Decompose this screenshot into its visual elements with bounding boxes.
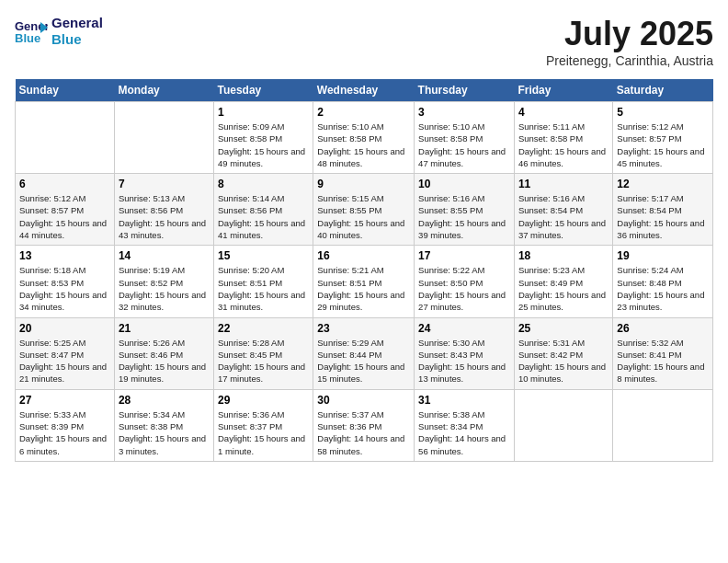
weekday-header: Thursday: [415, 79, 515, 102]
calendar-week-row: 27Sunrise: 5:33 AMSunset: 8:39 PMDayligh…: [16, 389, 713, 461]
calendar-day-cell: 2Sunrise: 5:10 AMSunset: 8:58 PMDaylight…: [313, 102, 415, 174]
day-number: 4: [518, 106, 609, 119]
day-number: 19: [617, 249, 709, 262]
day-info: Sunrise: 5:29 AMSunset: 8:44 PMDaylight:…: [317, 337, 410, 385]
weekday-header: Saturday: [613, 79, 713, 102]
day-info: Sunrise: 5:16 AMSunset: 8:55 PMDaylight:…: [418, 192, 510, 241]
day-info: Sunrise: 5:31 AMSunset: 8:42 PMDaylight:…: [518, 337, 609, 385]
day-number: 11: [518, 178, 609, 190]
day-info: Sunrise: 5:24 AMSunset: 8:48 PMDaylight:…: [617, 264, 709, 313]
day-info: Sunrise: 5:14 AMSunset: 8:56 PMDaylight:…: [218, 192, 309, 241]
calendar-day-cell: [114, 102, 213, 174]
day-info: Sunrise: 5:36 AMSunset: 8:37 PMDaylight:…: [218, 408, 309, 457]
day-number: 18: [518, 249, 609, 262]
location-subtitle: Preitenegg, Carinthia, Austria: [546, 53, 713, 68]
calendar-day-cell: 8Sunrise: 5:14 AMSunset: 8:56 PMDaylight…: [214, 174, 313, 246]
day-number: 25: [518, 322, 609, 335]
logo-text-general: General: [51, 15, 103, 31]
calendar-day-cell: 3Sunrise: 5:10 AMSunset: 8:58 PMDaylight…: [415, 102, 515, 174]
day-info: Sunrise: 5:23 AMSunset: 8:49 PMDaylight:…: [518, 264, 609, 313]
day-info: Sunrise: 5:22 AMSunset: 8:50 PMDaylight:…: [418, 264, 510, 313]
calendar-day-cell: 20Sunrise: 5:25 AMSunset: 8:47 PMDayligh…: [16, 317, 115, 389]
logo-icon: General Blue: [15, 18, 48, 44]
calendar-day-cell: [514, 389, 612, 461]
calendar-header-row: SundayMondayTuesdayWednesdayThursdayFrid…: [16, 79, 713, 102]
calendar-day-cell: 16Sunrise: 5:21 AMSunset: 8:51 PMDayligh…: [313, 246, 415, 317]
calendar-day-cell: 24Sunrise: 5:30 AMSunset: 8:43 PMDayligh…: [415, 317, 515, 389]
day-number: 15: [218, 249, 309, 262]
logo-text-blue: Blue: [51, 31, 103, 48]
calendar-day-cell: [16, 102, 115, 174]
day-info: Sunrise: 5:30 AMSunset: 8:43 PMDaylight:…: [418, 337, 510, 385]
day-info: Sunrise: 5:17 AMSunset: 8:54 PMDaylight:…: [617, 192, 709, 241]
day-info: Sunrise: 5:12 AMSunset: 8:57 PMDaylight:…: [617, 121, 709, 169]
day-info: Sunrise: 5:10 AMSunset: 8:58 PMDaylight:…: [317, 121, 410, 169]
day-number: 24: [418, 322, 510, 335]
day-number: 13: [19, 249, 110, 262]
day-info: Sunrise: 5:34 AMSunset: 8:38 PMDaylight:…: [119, 408, 210, 457]
day-number: 31: [418, 394, 510, 407]
calendar-day-cell: 25Sunrise: 5:31 AMSunset: 8:42 PMDayligh…: [514, 317, 612, 389]
day-number: 9: [317, 178, 410, 190]
calendar-week-row: 6Sunrise: 5:12 AMSunset: 8:57 PMDaylight…: [16, 174, 713, 246]
day-number: 30: [317, 394, 410, 407]
day-number: 14: [119, 249, 210, 262]
calendar-day-cell: 27Sunrise: 5:33 AMSunset: 8:39 PMDayligh…: [16, 389, 115, 461]
calendar-week-row: 1Sunrise: 5:09 AMSunset: 8:58 PMDaylight…: [16, 102, 713, 174]
weekday-header: Tuesday: [214, 79, 313, 102]
day-number: 21: [119, 322, 210, 335]
day-info: Sunrise: 5:18 AMSunset: 8:53 PMDaylight:…: [19, 264, 110, 313]
calendar-day-cell: 7Sunrise: 5:13 AMSunset: 8:56 PMDaylight…: [114, 174, 213, 246]
day-number: 22: [218, 322, 309, 335]
calendar-day-cell: 19Sunrise: 5:24 AMSunset: 8:48 PMDayligh…: [613, 246, 713, 317]
calendar-day-cell: 1Sunrise: 5:09 AMSunset: 8:58 PMDaylight…: [214, 102, 313, 174]
day-number: 20: [19, 322, 110, 335]
calendar-day-cell: 13Sunrise: 5:18 AMSunset: 8:53 PMDayligh…: [16, 246, 115, 317]
calendar-day-cell: 31Sunrise: 5:38 AMSunset: 8:34 PMDayligh…: [415, 389, 515, 461]
weekday-header: Wednesday: [313, 79, 415, 102]
day-info: Sunrise: 5:25 AMSunset: 8:47 PMDaylight:…: [19, 337, 110, 385]
logo: General Blue General Blue: [15, 15, 103, 48]
day-number: 17: [418, 249, 510, 262]
day-info: Sunrise: 5:21 AMSunset: 8:51 PMDaylight:…: [317, 264, 410, 313]
day-info: Sunrise: 5:19 AMSunset: 8:52 PMDaylight:…: [119, 264, 210, 313]
calendar-day-cell: 23Sunrise: 5:29 AMSunset: 8:44 PMDayligh…: [313, 317, 415, 389]
calendar-day-cell: 29Sunrise: 5:36 AMSunset: 8:37 PMDayligh…: [214, 389, 313, 461]
calendar-day-cell: 14Sunrise: 5:19 AMSunset: 8:52 PMDayligh…: [114, 246, 213, 317]
svg-text:Blue: Blue: [15, 31, 40, 44]
day-number: 7: [119, 178, 210, 190]
calendar-table: SundayMondayTuesdayWednesdayThursdayFrid…: [15, 79, 713, 462]
calendar-day-cell: 4Sunrise: 5:11 AMSunset: 8:58 PMDaylight…: [514, 102, 612, 174]
day-info: Sunrise: 5:13 AMSunset: 8:56 PMDaylight:…: [119, 192, 210, 241]
day-number: 2: [317, 106, 410, 119]
day-number: 16: [317, 249, 410, 262]
day-info: Sunrise: 5:38 AMSunset: 8:34 PMDaylight:…: [418, 408, 510, 457]
day-info: Sunrise: 5:11 AMSunset: 8:58 PMDaylight:…: [518, 121, 609, 169]
day-number: 26: [617, 322, 709, 335]
day-number: 27: [19, 394, 110, 407]
calendar-day-cell: 21Sunrise: 5:26 AMSunset: 8:46 PMDayligh…: [114, 317, 213, 389]
calendar-day-cell: 5Sunrise: 5:12 AMSunset: 8:57 PMDaylight…: [613, 102, 713, 174]
day-info: Sunrise: 5:33 AMSunset: 8:39 PMDaylight:…: [19, 408, 110, 457]
calendar-day-cell: 12Sunrise: 5:17 AMSunset: 8:54 PMDayligh…: [613, 174, 713, 246]
day-number: 23: [317, 322, 410, 335]
weekday-header: Monday: [114, 79, 213, 102]
calendar-day-cell: 22Sunrise: 5:28 AMSunset: 8:45 PMDayligh…: [214, 317, 313, 389]
day-info: Sunrise: 5:32 AMSunset: 8:41 PMDaylight:…: [617, 337, 709, 385]
calendar-day-cell: 30Sunrise: 5:37 AMSunset: 8:36 PMDayligh…: [313, 389, 415, 461]
calendar-day-cell: 15Sunrise: 5:20 AMSunset: 8:51 PMDayligh…: [214, 246, 313, 317]
day-number: 6: [19, 178, 110, 190]
day-number: 8: [218, 178, 309, 190]
calendar-day-cell: 18Sunrise: 5:23 AMSunset: 8:49 PMDayligh…: [514, 246, 612, 317]
day-info: Sunrise: 5:26 AMSunset: 8:46 PMDaylight:…: [119, 337, 210, 385]
day-number: 28: [119, 394, 210, 407]
title-area: July 2025 Preitenegg, Carinthia, Austria: [546, 15, 713, 68]
calendar-day-cell: [613, 389, 713, 461]
calendar-day-cell: 6Sunrise: 5:12 AMSunset: 8:57 PMDaylight…: [16, 174, 115, 246]
day-info: Sunrise: 5:12 AMSunset: 8:57 PMDaylight:…: [19, 192, 110, 241]
day-info: Sunrise: 5:09 AMSunset: 8:58 PMDaylight:…: [218, 121, 309, 169]
calendar-day-cell: 10Sunrise: 5:16 AMSunset: 8:55 PMDayligh…: [415, 174, 515, 246]
day-info: Sunrise: 5:37 AMSunset: 8:36 PMDaylight:…: [317, 408, 410, 457]
day-info: Sunrise: 5:20 AMSunset: 8:51 PMDaylight:…: [218, 264, 309, 313]
calendar-day-cell: 9Sunrise: 5:15 AMSunset: 8:55 PMDaylight…: [313, 174, 415, 246]
